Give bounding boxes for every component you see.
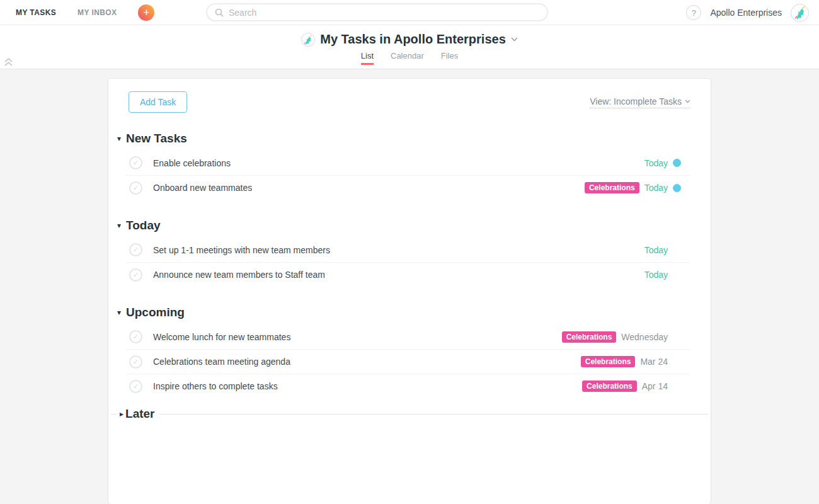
add-task-button[interactable]: Add Task — [129, 91, 187, 113]
view-tabs: List Calendar Files — [0, 51, 819, 65]
due-date[interactable]: Today — [644, 158, 668, 168]
tag-badge[interactable]: Celebrations — [581, 356, 636, 367]
task-title[interactable]: Enable celebrations — [153, 158, 231, 168]
tab-list[interactable]: List — [361, 51, 374, 65]
complete-check-icon[interactable]: ✓ — [129, 181, 142, 195]
section-title: New Tasks — [126, 132, 187, 146]
task-row[interactable]: ✓ Welcome lunch for new teammates Celebr… — [126, 324, 690, 349]
view-filter-label: View: Incomplete Tasks — [590, 96, 682, 106]
task-row[interactable]: ✓ Celebrations team meeting agenda Celeb… — [126, 349, 690, 374]
complete-check-icon[interactable]: ✓ — [129, 156, 142, 169]
nav-my-inbox[interactable]: MY INBOX — [77, 8, 117, 17]
view-filter-dropdown[interactable]: View: Incomplete Tasks — [590, 96, 690, 108]
due-date[interactable]: Apr 14 — [642, 381, 668, 391]
search-input[interactable] — [229, 8, 539, 18]
workspace-avatar[interactable] — [791, 4, 809, 22]
unicorn-icon — [302, 34, 314, 45]
section-header[interactable]: ▾ Upcoming — [117, 306, 711, 319]
tab-calendar[interactable]: Calendar — [391, 51, 424, 65]
section-title: Today — [126, 219, 161, 232]
top-bar: MY TASKS MY INBOX + ? Apollo Enterprises — [0, 0, 819, 25]
task-meta: Today — [644, 158, 681, 168]
task-title[interactable]: Announce new team members to Staff team — [153, 270, 325, 280]
task-list-card: Add Task View: Incomplete Tasks ▾ New Ta… — [108, 79, 711, 504]
complete-check-icon[interactable]: ✓ — [129, 380, 142, 393]
task-row[interactable]: ✓ Onboard new teammates Celebrations Tod… — [126, 175, 690, 200]
task-title[interactable]: Onboard new teammates — [153, 183, 252, 193]
section-upcoming: ▾ Upcoming ✓ Welcome lunch for new teamm… — [108, 306, 711, 398]
tag-badge[interactable]: Celebrations — [585, 182, 639, 193]
task-row[interactable]: ✓ Announce new team members to Staff tea… — [126, 262, 690, 287]
chevron-down-icon[interactable] — [511, 37, 518, 42]
task-list: ✓ Welcome lunch for new teammates Celebr… — [126, 324, 690, 398]
task-row[interactable]: ✓ Inspire others to complete tasks Celeb… — [126, 374, 690, 398]
sidebar-collapse-icon[interactable] — [4, 57, 13, 69]
status-dot-empty — [673, 246, 681, 254]
complete-check-icon[interactable]: ✓ — [129, 330, 142, 343]
section-later-header[interactable]: ▸ Later — [111, 407, 708, 421]
task-list: ✓ Enable celebrations Today ✓ Onboard ne… — [126, 151, 690, 200]
task-list: ✓ Set up 1-1 meetings with new team memb… — [126, 238, 690, 287]
task-title[interactable]: Celebrations team meeting agenda — [153, 357, 290, 367]
task-row[interactable]: ✓ Set up 1-1 meetings with new team memb… — [126, 238, 690, 262]
tab-files[interactable]: Files — [441, 51, 458, 65]
task-title[interactable]: Welcome lunch for new teammates — [153, 332, 290, 342]
due-date[interactable]: Today — [644, 183, 668, 193]
task-meta: Celebrations Today — [585, 182, 681, 193]
task-meta: Celebrations Apr 14 — [582, 381, 681, 392]
nav-my-tasks[interactable]: MY TASKS — [16, 8, 56, 17]
section-header[interactable]: ▾ Today — [117, 219, 711, 232]
task-meta: Today — [644, 245, 681, 255]
status-dot-empty — [673, 333, 681, 341]
top-right: ? Apollo Enterprises — [686, 0, 809, 25]
status-dot-empty — [673, 382, 681, 391]
page-header: My Tasks in Apollo Enterprises List Cale… — [0, 25, 819, 69]
help-button[interactable]: ? — [686, 5, 701, 20]
quick-add-button[interactable]: + — [138, 4, 154, 21]
section-title: Later — [125, 407, 159, 421]
section-new-tasks: ▾ New Tasks ✓ Enable celebrations Today … — [108, 132, 711, 200]
due-date[interactable]: Wednesday — [621, 332, 668, 342]
section-expanded-icon: ▾ — [117, 221, 126, 230]
complete-check-icon[interactable]: ✓ — [129, 243, 142, 256]
section-today: ▾ Today ✓ Set up 1-1 meetings with new t… — [108, 219, 711, 287]
page-title: My Tasks in Apollo Enterprises — [320, 32, 506, 47]
status-dot — [673, 184, 681, 192]
complete-check-icon[interactable]: ✓ — [129, 355, 142, 369]
status-dot — [673, 159, 681, 167]
search-bar[interactable] — [206, 3, 548, 21]
section-expanded-icon: ▾ — [117, 308, 126, 317]
top-nav: MY TASKS MY INBOX + — [16, 0, 154, 25]
status-dot-empty — [673, 271, 681, 279]
divider — [159, 414, 709, 415]
card-toolbar: Add Task View: Incomplete Tasks — [108, 79, 711, 113]
tag-badge[interactable]: Celebrations — [582, 381, 637, 392]
task-row[interactable]: ✓ Enable celebrations Today — [126, 151, 690, 175]
task-meta: Celebrations Wednesday — [562, 331, 681, 343]
section-expanded-icon: ▾ — [117, 134, 126, 143]
chevron-down-icon — [685, 100, 690, 103]
search-icon — [215, 8, 224, 17]
task-meta: Today — [644, 270, 681, 280]
task-title[interactable]: Inspire others to complete tasks — [153, 381, 278, 391]
workspace-name[interactable]: Apollo Enterprises — [710, 8, 782, 18]
divider — [111, 414, 117, 415]
status-dot-empty — [673, 358, 681, 366]
section-header[interactable]: ▾ New Tasks — [117, 132, 711, 146]
project-avatar — [301, 33, 315, 47]
section-title: Upcoming — [126, 306, 185, 319]
task-title[interactable]: Set up 1-1 meetings with new team member… — [153, 245, 330, 255]
unicorn-icon — [793, 5, 808, 20]
task-meta: Celebrations Mar 24 — [581, 356, 681, 367]
section-collapsed-icon: ▸ — [117, 410, 125, 418]
tag-badge[interactable]: Celebrations — [562, 331, 617, 343]
due-date[interactable]: Mar 24 — [640, 357, 668, 367]
due-date[interactable]: Today — [644, 270, 668, 280]
complete-check-icon[interactable]: ✓ — [129, 268, 142, 282]
due-date[interactable]: Today — [644, 245, 668, 255]
title-row: My Tasks in Apollo Enterprises — [0, 25, 819, 47]
